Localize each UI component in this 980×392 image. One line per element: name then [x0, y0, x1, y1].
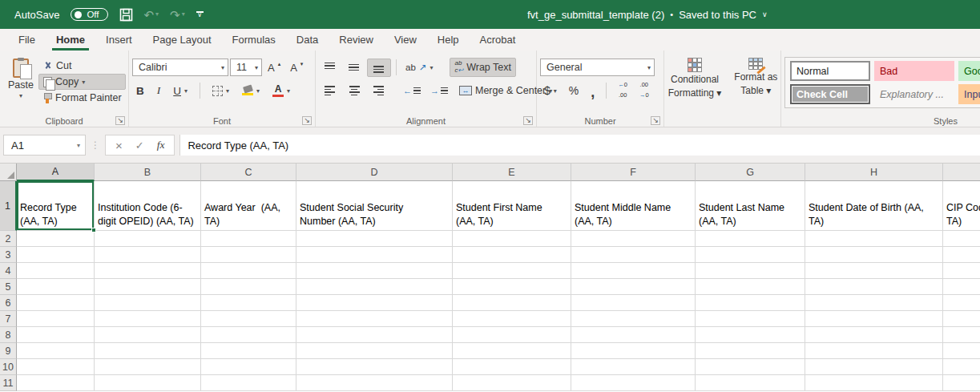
cell-F11[interactable]	[571, 375, 696, 391]
row-header-2[interactable]: 2	[0, 231, 17, 247]
fill-handle[interactable]	[91, 228, 96, 232]
bold-button[interactable]: B	[132, 83, 148, 99]
tab-help[interactable]: Help	[427, 29, 470, 51]
cell-E5[interactable]	[453, 279, 571, 295]
cell-B2[interactable]	[95, 231, 201, 247]
insert-function-icon[interactable]: fx	[157, 139, 165, 152]
copy-button[interactable]: Copy ▾	[38, 74, 126, 90]
cell-I10[interactable]	[943, 359, 980, 375]
cell-G11[interactable]	[696, 375, 805, 391]
row-header-8[interactable]: 8	[0, 327, 17, 343]
align-left-button[interactable]	[319, 83, 341, 99]
cell-A3[interactable]	[17, 247, 95, 263]
cell-D1[interactable]: Student Social Security Number (AA, TA)	[296, 181, 453, 231]
cell-B9[interactable]	[95, 343, 201, 359]
cell-A2[interactable]	[17, 231, 95, 247]
cell-I8[interactable]	[943, 327, 980, 343]
italic-button[interactable]: I	[153, 83, 165, 99]
row-header-9[interactable]: 9	[0, 343, 17, 359]
cell-C1[interactable]: Award Year (AA, TA)	[201, 181, 296, 231]
cell-style-normal[interactable]: Normal	[790, 61, 870, 81]
cell-E7[interactable]	[453, 311, 571, 327]
cell-E9[interactable]	[453, 343, 571, 359]
align-right-button[interactable]	[367, 83, 389, 99]
cell-G2[interactable]	[696, 231, 805, 247]
underline-button[interactable]: U▾	[169, 83, 192, 99]
cell-A1[interactable]: Record Type (AA, TA)	[17, 181, 95, 231]
bottom-align-button[interactable]	[367, 59, 391, 77]
cell-D5[interactable]	[296, 279, 453, 295]
cell-D8[interactable]	[296, 327, 453, 343]
redo-button[interactable]: ↷▾	[170, 9, 185, 21]
cell-E11[interactable]	[453, 375, 571, 391]
cell-F2[interactable]	[571, 231, 696, 247]
cell-style-good[interactable]: Good	[958, 61, 980, 81]
cut-button[interactable]: Cut	[38, 59, 126, 73]
column-header-H[interactable]: H	[805, 164, 943, 181]
increase-decimal-button[interactable]: ←0.00	[614, 80, 631, 100]
paste-button[interactable]: Paste ▾	[3, 57, 38, 115]
decrease-decimal-button[interactable]: .00→0	[635, 80, 653, 100]
cell-G9[interactable]	[696, 343, 805, 359]
cell-A9[interactable]	[17, 343, 95, 359]
cell-I4[interactable]	[943, 263, 980, 279]
cell-C3[interactable]	[201, 247, 296, 263]
row-header-10[interactable]: 10	[0, 359, 17, 375]
cell-C10[interactable]	[201, 359, 296, 375]
conditional-formatting-button[interactable]: Conditional Formatting ▾	[664, 57, 726, 115]
column-header-E[interactable]: E	[453, 164, 571, 181]
align-center-button[interactable]	[343, 83, 365, 99]
tab-page-layout[interactable]: Page Layout	[143, 29, 222, 51]
comma-style-button[interactable]: ,	[587, 83, 599, 99]
cell-style-input[interactable]: Input	[958, 84, 980, 104]
cell-D3[interactable]	[296, 247, 453, 263]
cell-C8[interactable]	[201, 327, 296, 343]
cell-style-explanatory[interactable]: Explanatory ...	[874, 84, 954, 104]
cell-D10[interactable]	[296, 359, 453, 375]
cell-D11[interactable]	[296, 375, 453, 391]
column-header-I[interactable]: I	[943, 164, 980, 181]
cell-D4[interactable]	[296, 263, 453, 279]
cell-H8[interactable]	[805, 327, 943, 343]
cell-B3[interactable]	[95, 247, 201, 263]
cell-H11[interactable]	[805, 375, 943, 391]
cell-H9[interactable]	[805, 343, 943, 359]
orientation-button[interactable]: ab↗▾	[401, 60, 437, 75]
cell-D6[interactable]	[296, 295, 453, 311]
cell-E3[interactable]	[453, 247, 571, 263]
cell-D2[interactable]	[296, 231, 453, 247]
cell-A11[interactable]	[17, 375, 95, 391]
cell-C2[interactable]	[201, 231, 296, 247]
column-header-F[interactable]: F	[571, 164, 696, 181]
wrap-text-button[interactable]: abc↩ Wrap Text	[450, 58, 516, 77]
cell-B10[interactable]	[95, 359, 201, 375]
cell-F3[interactable]	[571, 247, 696, 263]
cell-B7[interactable]	[95, 311, 201, 327]
cell-C9[interactable]	[201, 343, 296, 359]
alignment-dialog-launcher-icon[interactable]: ↘	[523, 116, 533, 125]
cell-H4[interactable]	[805, 263, 943, 279]
name-box[interactable]: A1 ▾	[3, 135, 86, 156]
cell-A8[interactable]	[17, 327, 95, 343]
cell-I2[interactable]	[943, 231, 980, 247]
cell-D7[interactable]	[296, 311, 453, 327]
save-icon[interactable]	[119, 8, 133, 22]
percent-style-button[interactable]: %	[565, 83, 583, 99]
cell-E6[interactable]	[453, 295, 571, 311]
autosave-toggle[interactable]: Off	[71, 8, 107, 21]
cell-I9[interactable]	[943, 343, 980, 359]
cell-H2[interactable]	[805, 231, 943, 247]
cell-E8[interactable]	[453, 327, 571, 343]
cell-E2[interactable]	[453, 231, 571, 247]
cell-I11[interactable]	[943, 375, 980, 391]
cell-G1[interactable]: Student Last Name (AA, TA)	[696, 181, 805, 231]
tab-data[interactable]: Data	[286, 29, 329, 51]
cell-G5[interactable]	[696, 279, 805, 295]
decrease-font-size-button[interactable]: A▾	[286, 60, 307, 75]
cell-H1[interactable]: Student Date of Birth (AA, TA)	[805, 181, 943, 231]
cell-F10[interactable]	[571, 359, 696, 375]
cell-C6[interactable]	[201, 295, 296, 311]
cell-I1[interactable]: CIP Code (AA, TA)	[943, 181, 980, 231]
cell-G3[interactable]	[696, 247, 805, 263]
number-format-combo[interactable]: General ▾	[540, 59, 655, 76]
